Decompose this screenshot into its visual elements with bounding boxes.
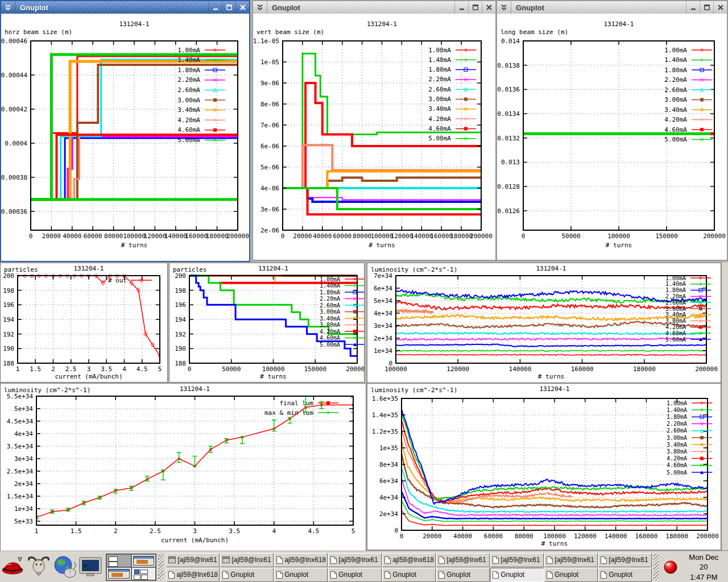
taskbar-window-button[interactable]: Gnuplot [328, 568, 382, 582]
particles-vs-current-chart: 11.522.533.544.5518819019219419619820013… [1, 263, 167, 382]
main-menu-button[interactable] [0, 554, 26, 581]
svg-text:40000: 40000 [63, 232, 81, 240]
svg-text:5.00mA: 5.00mA [665, 336, 686, 343]
workspace-1[interactable] [106, 554, 131, 567]
taskbar-window-button[interactable]: Gnuplot [274, 568, 328, 582]
page-icon [547, 571, 553, 579]
svg-text:192: 192 [175, 331, 186, 338]
taskbar-button-label: Gnuplot [338, 571, 362, 579]
taskbar-window-button[interactable]: Gnuplot [544, 568, 598, 582]
taskbar-button-label: Gnuplot [392, 571, 416, 579]
svg-text:1.00mA: 1.00mA [665, 275, 686, 281]
taskbar-window-button[interactable]: Gnuplot [436, 568, 490, 582]
taskbar-window-button[interactable]: [ajl59@lnx61 [544, 553, 598, 567]
workspace-3[interactable] [106, 567, 131, 580]
svg-text:0: 0 [394, 527, 398, 534]
close-button[interactable] [235, 1, 249, 14]
svg-text:4.20mA: 4.20mA [667, 455, 687, 462]
workspace-4[interactable] [131, 567, 156, 580]
svg-text:2.60mA: 2.60mA [428, 86, 451, 93]
svg-text:160000: 160000 [571, 365, 594, 373]
svg-text:20000: 20000 [423, 533, 441, 540]
svg-text:150000: 150000 [655, 232, 678, 240]
svg-text:160000: 160000 [430, 232, 453, 240]
svg-text:200000: 200000 [226, 232, 249, 240]
svg-text:131204-1: 131204-1 [74, 265, 104, 272]
svg-text:5.00mA: 5.00mA [428, 135, 451, 142]
double-chevron-down-icon [257, 4, 263, 11]
terminal-launcher[interactable]: >_ [78, 554, 104, 581]
window-menu-button[interactable] [253, 1, 267, 14]
taskbar-button-label: ajl59@lnx618 [392, 556, 434, 564]
workspace-2[interactable] [131, 554, 156, 567]
svg-text:2.20mA: 2.20mA [177, 76, 200, 84]
taskbar-window-button[interactable]: ajl59@lnx618 [382, 553, 436, 567]
alert-applet[interactable] [660, 554, 681, 581]
svg-text:4.20mA: 4.20mA [320, 329, 340, 335]
taskbar-window-button[interactable]: ajl59@lnx618 [274, 553, 328, 567]
taskbar-window-button[interactable]: Gnuplot [598, 568, 652, 582]
maximize-button[interactable] [222, 1, 235, 14]
panel-handle[interactable] [653, 554, 659, 580]
titlebar[interactable]: Gnuplot [497, 1, 727, 14]
svg-text:120000: 120000 [144, 232, 167, 240]
svg-text:1e-05: 1e-05 [260, 59, 279, 66]
taskbar-window-button[interactable]: Gnuplot [220, 568, 274, 582]
taskbar-window-button[interactable]: [ajl59@lnx61 [166, 553, 220, 567]
gnu-launcher[interactable] [26, 554, 52, 581]
minimize-button[interactable] [686, 1, 700, 14]
minimize-button[interactable] [208, 1, 222, 14]
svg-text:20000: 20000 [42, 232, 61, 240]
minimize-button[interactable] [454, 1, 468, 14]
page-icon [384, 571, 391, 579]
svg-text:2e+34: 2e+34 [379, 510, 398, 518]
svg-text:131204-1: 131204-1 [604, 20, 634, 28]
close-button[interactable] [482, 1, 495, 14]
taskbar-button-label: Gnuplot [446, 571, 470, 579]
svg-text:131204-1: 131204-1 [536, 265, 566, 272]
svg-text:192: 192 [3, 331, 14, 338]
taskbar-window-button[interactable]: [ajl59@lnx61 [490, 553, 544, 567]
svg-text:0: 0 [388, 360, 392, 367]
window-menu-button[interactable] [1, 1, 15, 14]
svg-text:2.60mA: 2.60mA [320, 302, 340, 309]
svg-text:7e-06: 7e-06 [260, 122, 279, 129]
svg-text:60000: 60000 [333, 232, 351, 240]
panel-handle[interactable] [158, 554, 163, 580]
maximize-button[interactable] [700, 1, 713, 14]
taskbar-window-button[interactable]: Gnuplot [490, 568, 544, 582]
svg-text:4e+34: 4e+34 [374, 310, 392, 317]
particles-vs-turns-chart: 0500001000001500002000001881901921941961… [169, 263, 364, 382]
svg-text:4: 4 [122, 365, 126, 373]
svg-text:3.00mA: 3.00mA [664, 96, 687, 103]
workspace-pager[interactable] [106, 554, 156, 581]
svg-text:180000: 180000 [450, 232, 473, 240]
svg-text:100000: 100000 [543, 533, 566, 540]
taskbar-window-button[interactable]: Gnuplot [382, 568, 436, 582]
svg-text:4: 4 [272, 527, 276, 535]
svg-text:0: 0 [29, 232, 33, 240]
taskbar-window-button[interactable]: [ajl59@lnx61 [598, 553, 652, 567]
taskbar-window-button[interactable]: [ajl59@lnx61 [328, 553, 382, 567]
svg-text:6e+34: 6e+34 [374, 285, 392, 292]
close-button[interactable] [713, 1, 727, 14]
svg-text:0.0138: 0.0138 [497, 62, 520, 69]
svg-text:4.5e+34: 4.5e+34 [7, 418, 34, 425]
svg-text:2.20mA: 2.20mA [428, 76, 451, 83]
svg-text:5: 5 [351, 527, 355, 535]
window-menu-button[interactable] [497, 1, 511, 14]
taskbar-window-button[interactable]: [ajl59@lnx61 [220, 553, 274, 567]
browser-launcher[interactable] [52, 554, 78, 581]
titlebar[interactable]: Gnuplot [253, 1, 495, 14]
svg-text:4.60mA: 4.60mA [665, 330, 686, 336]
svg-text:4.20mA: 4.20mA [177, 117, 200, 124]
svg-text:3.5e+34: 3.5e+34 [7, 443, 34, 450]
maximize-icon [226, 4, 233, 11]
taskbar-window-button[interactable]: [ajl59@lnx61 [436, 553, 490, 567]
titlebar[interactable]: Gnuplot [1, 1, 249, 14]
page-icon [384, 556, 391, 564]
taskbar-window-button[interactable]: ajl59@lnx618 [166, 568, 220, 582]
svg-text:40000: 40000 [453, 533, 472, 540]
clock[interactable]: Mon Dec 20 1:47 PM [684, 552, 723, 582]
maximize-button[interactable] [468, 1, 482, 14]
